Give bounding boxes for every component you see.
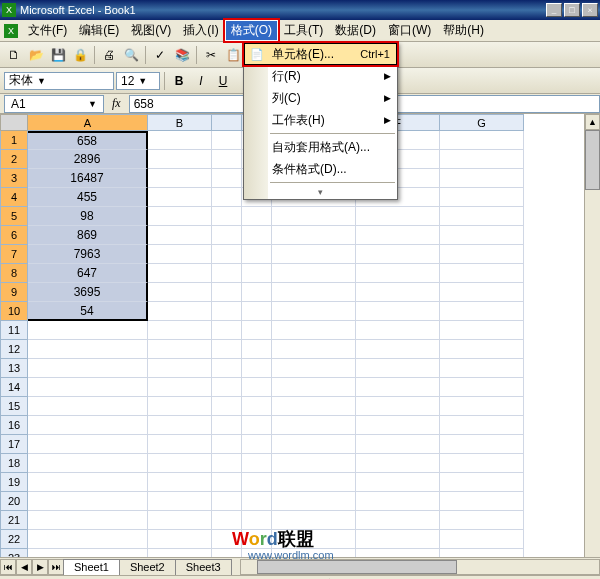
- row-header[interactable]: 14: [0, 378, 28, 397]
- menu-data[interactable]: 数据(D): [329, 20, 382, 41]
- cell[interactable]: [212, 207, 242, 226]
- fx-icon[interactable]: fx: [112, 96, 121, 111]
- cell[interactable]: [212, 416, 242, 435]
- cell[interactable]: [440, 207, 524, 226]
- row-header[interactable]: 6: [0, 226, 28, 245]
- menu-item-column[interactable]: 列(C) ▶: [244, 87, 397, 109]
- cell[interactable]: [212, 435, 242, 454]
- menu-tools[interactable]: 工具(T): [278, 20, 329, 41]
- cell[interactable]: [440, 511, 524, 530]
- cell[interactable]: [356, 321, 440, 340]
- sheet-tab-2[interactable]: Sheet2: [119, 559, 176, 575]
- row-header[interactable]: 20: [0, 492, 28, 511]
- cell[interactable]: [148, 131, 212, 150]
- row-header[interactable]: 15: [0, 397, 28, 416]
- cell[interactable]: [440, 131, 524, 150]
- row-header[interactable]: 19: [0, 473, 28, 492]
- name-box[interactable]: A1 ▼: [4, 95, 104, 113]
- cell[interactable]: [242, 321, 272, 340]
- cell[interactable]: [272, 264, 356, 283]
- cell[interactable]: [148, 226, 212, 245]
- cell[interactable]: [148, 549, 212, 557]
- cell[interactable]: [242, 397, 272, 416]
- menu-expand-chevron[interactable]: ▾: [244, 185, 397, 199]
- cell[interactable]: [28, 454, 148, 473]
- cell[interactable]: [212, 283, 242, 302]
- row-header[interactable]: 13: [0, 359, 28, 378]
- cell[interactable]: 16487: [28, 169, 148, 188]
- cell[interactable]: [28, 530, 148, 549]
- cell[interactable]: 658: [28, 131, 148, 150]
- cell[interactable]: [272, 302, 356, 321]
- cell[interactable]: [272, 283, 356, 302]
- col-header-A[interactable]: A: [28, 114, 148, 131]
- row-header[interactable]: 5: [0, 207, 28, 226]
- vertical-scrollbar[interactable]: ▲: [584, 114, 600, 557]
- cell[interactable]: [148, 340, 212, 359]
- tab-first-icon[interactable]: ⏮: [0, 559, 16, 575]
- copy-icon[interactable]: 📋: [223, 45, 243, 65]
- cell[interactable]: [440, 473, 524, 492]
- cell[interactable]: [28, 340, 148, 359]
- cell[interactable]: [148, 530, 212, 549]
- cell[interactable]: [148, 207, 212, 226]
- cell[interactable]: [272, 340, 356, 359]
- cell[interactable]: [440, 150, 524, 169]
- row-header[interactable]: 1: [0, 131, 28, 150]
- cell[interactable]: 647: [28, 264, 148, 283]
- tab-next-icon[interactable]: ▶: [32, 559, 48, 575]
- cell[interactable]: [148, 321, 212, 340]
- cell[interactable]: [356, 302, 440, 321]
- scroll-up-icon[interactable]: ▲: [585, 114, 600, 130]
- cell[interactable]: [440, 226, 524, 245]
- open-icon[interactable]: 📂: [26, 45, 46, 65]
- row-header[interactable]: 22: [0, 530, 28, 549]
- cell[interactable]: [28, 549, 148, 557]
- cell[interactable]: [272, 416, 356, 435]
- cell[interactable]: [148, 188, 212, 207]
- cell[interactable]: [272, 207, 356, 226]
- cell[interactable]: [212, 321, 242, 340]
- print-icon[interactable]: 🖨: [99, 45, 119, 65]
- select-all-corner[interactable]: [0, 114, 28, 131]
- underline-button[interactable]: U: [213, 71, 233, 91]
- menu-item-sheet[interactable]: 工作表(H) ▶: [244, 109, 397, 131]
- menu-item-conditional-format[interactable]: 条件格式(D)...: [244, 158, 397, 180]
- menu-window[interactable]: 窗口(W): [382, 20, 437, 41]
- cell[interactable]: 98: [28, 207, 148, 226]
- cell[interactable]: [272, 378, 356, 397]
- cell[interactable]: [28, 435, 148, 454]
- cell[interactable]: [242, 264, 272, 283]
- cell[interactable]: [212, 340, 242, 359]
- cell[interactable]: [440, 321, 524, 340]
- cell[interactable]: [148, 416, 212, 435]
- cell[interactable]: [212, 226, 242, 245]
- cell[interactable]: [148, 492, 212, 511]
- row-header[interactable]: 2: [0, 150, 28, 169]
- cell[interactable]: [148, 302, 212, 321]
- cell[interactable]: [356, 454, 440, 473]
- row-header[interactable]: 18: [0, 454, 28, 473]
- permission-icon[interactable]: 🔒: [70, 45, 90, 65]
- cell[interactable]: [272, 397, 356, 416]
- cell[interactable]: [212, 245, 242, 264]
- cell[interactable]: [440, 549, 524, 557]
- maximize-button[interactable]: □: [564, 3, 580, 17]
- cell[interactable]: [356, 226, 440, 245]
- cell[interactable]: [356, 511, 440, 530]
- tab-last-icon[interactable]: ⏭: [48, 559, 64, 575]
- cell[interactable]: [356, 473, 440, 492]
- col-header-B[interactable]: B: [148, 114, 212, 131]
- row-header[interactable]: 4: [0, 188, 28, 207]
- row-header[interactable]: 17: [0, 435, 28, 454]
- cell[interactable]: [28, 378, 148, 397]
- cell[interactable]: [272, 226, 356, 245]
- cell[interactable]: 54: [28, 302, 148, 321]
- row-header[interactable]: 16: [0, 416, 28, 435]
- row-header[interactable]: 3: [0, 169, 28, 188]
- cell[interactable]: [242, 454, 272, 473]
- cell[interactable]: [356, 435, 440, 454]
- cell[interactable]: [440, 245, 524, 264]
- cell[interactable]: [272, 473, 356, 492]
- cell[interactable]: [212, 188, 242, 207]
